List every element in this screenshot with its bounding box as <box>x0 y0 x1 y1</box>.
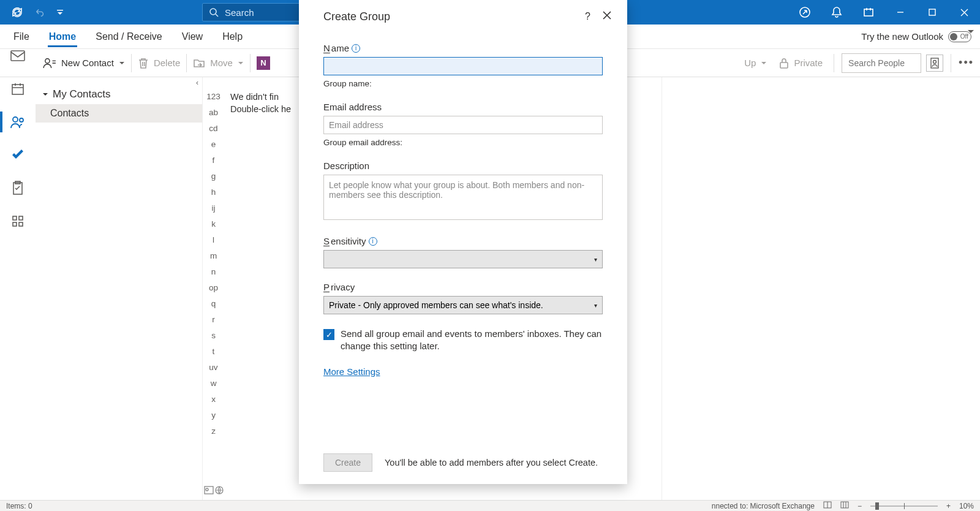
menu-help[interactable]: Help <box>221 26 244 47</box>
index-y[interactable]: y <box>211 411 216 422</box>
zoom-value: 10% <box>959 502 974 510</box>
folder-group-my-contacts[interactable]: My Contacts <box>36 77 202 104</box>
new-contact-button[interactable]: New Contact <box>39 55 129 71</box>
coming-soon-icon[interactable] <box>789 0 821 25</box>
svg-rect-6 <box>780 62 788 68</box>
index-cd[interactable]: cd <box>209 124 217 135</box>
followup-button[interactable]: Up <box>741 55 771 70</box>
minimize-button[interactable] <box>884 0 916 25</box>
private-button[interactable]: Private <box>775 55 826 71</box>
create-button[interactable]: Create <box>323 453 372 472</box>
svg-point-1 <box>210 9 216 15</box>
menu-view[interactable]: View <box>181 26 204 47</box>
onenote-button[interactable]: N <box>253 54 274 72</box>
zoom-in-button[interactable]: + <box>946 502 951 510</box>
contact-card-icon[interactable] <box>204 486 214 496</box>
nav-people-icon[interactable] <box>0 105 36 138</box>
group-email-sub: Group email address: <box>323 138 603 147</box>
view-normal-icon[interactable] <box>823 501 832 510</box>
move-button[interactable]: Move <box>189 55 247 71</box>
address-book-button[interactable] <box>926 55 943 72</box>
view-reading-icon[interactable] <box>840 501 849 510</box>
svg-rect-9 <box>11 51 24 61</box>
svg-rect-0 <box>57 10 63 10</box>
index-m[interactable]: m <box>210 251 217 262</box>
notifications-icon[interactable] <box>821 0 853 25</box>
svg-rect-18 <box>19 222 23 226</box>
index-q[interactable]: q <box>211 299 216 310</box>
index-r[interactable]: r <box>212 315 215 326</box>
privacy-label: Privacy <box>323 282 603 292</box>
svg-rect-15 <box>13 216 17 220</box>
group-name-sub: Group name: <box>323 79 603 88</box>
nav-tasks-icon[interactable] <box>0 172 36 205</box>
index-k[interactable]: k <box>211 219 216 230</box>
folder-pane: ‹ My Contacts Contacts <box>36 77 202 500</box>
index-l[interactable]: l <box>213 235 214 246</box>
index-h[interactable]: h <box>211 187 216 199</box>
index-s[interactable]: s <box>211 331 216 342</box>
svg-point-8 <box>933 60 937 63</box>
window-popout-icon[interactable] <box>853 0 884 25</box>
zoom-slider[interactable] <box>870 505 938 507</box>
index-x[interactable]: x <box>211 395 216 406</box>
index-w[interactable]: w <box>211 379 217 390</box>
name-label: Name i <box>323 43 603 53</box>
index-n[interactable]: n <box>211 267 216 278</box>
dialog-close-button[interactable] <box>597 9 617 25</box>
index-uv[interactable]: uv <box>209 363 217 374</box>
svg-rect-4 <box>929 9 935 15</box>
send-to-inboxes-checkbox[interactable]: ✓ <box>323 329 334 340</box>
index-e[interactable]: e <box>211 140 216 151</box>
nav-more-apps-icon[interactable] <box>0 205 36 238</box>
index-123[interactable]: 123 <box>206 92 221 103</box>
globe-icon[interactable] <box>215 486 224 496</box>
svg-point-12 <box>20 118 23 122</box>
sync-icon[interactable] <box>11 6 23 18</box>
index-op[interactable]: op <box>209 283 218 294</box>
index-f[interactable]: f <box>213 156 215 167</box>
group-name-input[interactable] <box>323 57 603 75</box>
reading-pane <box>662 77 980 500</box>
menu-send-receive[interactable]: Send / Receive <box>94 26 164 47</box>
index-z[interactable]: z <box>211 426 216 437</box>
ribbon-expand-icon[interactable] <box>967 27 975 36</box>
folder-contacts[interactable]: Contacts <box>36 104 202 123</box>
info-icon[interactable]: i <box>369 237 377 246</box>
create-group-dialog: Create Group ? Name i Group name: Email … <box>299 0 627 484</box>
dialog-title: Create Group <box>323 10 390 23</box>
close-window-button[interactable] <box>948 0 980 25</box>
index-t[interactable]: t <box>213 347 215 358</box>
group-email-input[interactable] <box>323 116 603 134</box>
delete-button[interactable]: Delete <box>134 55 184 72</box>
collapse-pane-icon[interactable]: ‹ <box>196 78 198 87</box>
nav-calendar-icon[interactable] <box>0 72 36 105</box>
index-ij[interactable]: ij <box>212 203 216 214</box>
zoom-out-button[interactable]: − <box>858 502 862 510</box>
index-g[interactable]: g <box>211 172 216 183</box>
maximize-button[interactable] <box>916 0 948 25</box>
svg-rect-17 <box>13 222 17 226</box>
search-people-input[interactable] <box>842 53 921 73</box>
search-placeholder: Search <box>225 7 254 18</box>
info-icon[interactable]: i <box>352 44 360 53</box>
send-to-inboxes-label: Send all group email and events to membe… <box>341 328 603 353</box>
sensitivity-select[interactable]: ▾ <box>323 250 603 268</box>
privacy-select[interactable]: Private - Only approved members can see … <box>323 296 603 314</box>
undo-icon[interactable] <box>34 7 45 18</box>
nav-mail-icon[interactable] <box>0 39 36 72</box>
status-bar: Items: 0 nnected to: Microsoft Exchange … <box>0 500 980 511</box>
description-label: Description <box>323 161 603 171</box>
nav-todo-icon[interactable] <box>0 138 36 172</box>
module-nav <box>0 77 36 500</box>
qat-dropdown-icon[interactable] <box>56 9 64 16</box>
index-ab[interactable]: ab <box>209 108 218 119</box>
dialog-help-button[interactable]: ? <box>579 9 597 25</box>
svg-rect-16 <box>19 216 23 220</box>
dialog-footer-text: You'll be able to add members after you … <box>385 458 598 467</box>
ribbon-more-button[interactable]: ••• <box>959 56 974 69</box>
more-settings-link[interactable]: More Settings <box>323 366 380 377</box>
group-description-input[interactable] <box>323 175 603 220</box>
svg-rect-23 <box>841 502 848 508</box>
menu-home[interactable]: Home <box>48 26 77 47</box>
